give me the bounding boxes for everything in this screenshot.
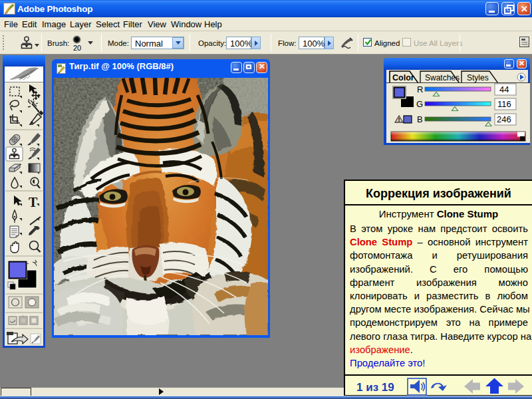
svg-text:246: 246 — [497, 114, 511, 124]
svg-text:B: B — [417, 114, 423, 124]
svg-text:116: 116 — [497, 99, 511, 109]
svg-text:Styles: Styles — [467, 73, 489, 82]
svg-text:44: 44 — [499, 84, 509, 94]
svg-text:Swatches: Swatches — [425, 73, 460, 82]
svg-text:T: T — [29, 195, 38, 209]
svg-text:G: G — [416, 99, 423, 109]
svg-text:R: R — [417, 84, 423, 94]
svg-text:Color: Color — [392, 73, 414, 82]
svg-text:!: ! — [398, 116, 400, 123]
